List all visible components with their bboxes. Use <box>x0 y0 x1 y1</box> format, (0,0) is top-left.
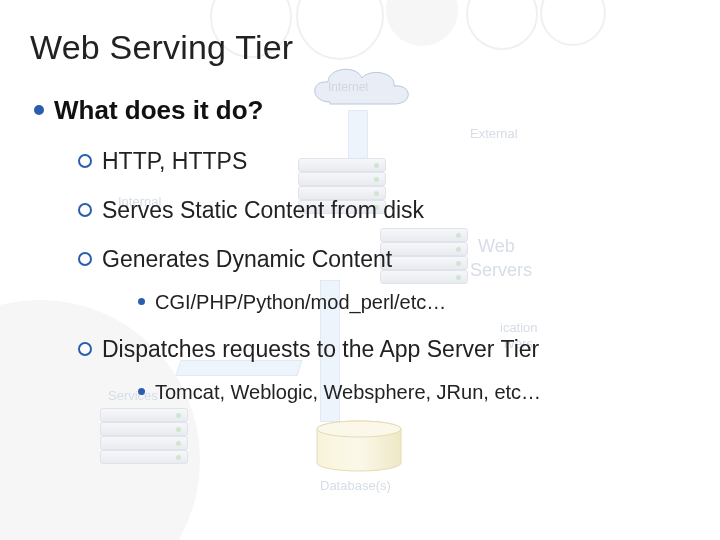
bullet-ring-icon <box>78 154 92 168</box>
l2-c: Generates Dynamic Content <box>102 246 392 272</box>
subitem-cgi: CGI/PHP/Python/mod_perl/etc… <box>138 291 690 314</box>
slide: Web Serving Tier What does it do? HTTP, … <box>0 0 720 540</box>
item-dynamic-content: Generates Dynamic Content <box>78 246 690 273</box>
subitem-tomcat: Tomcat, Weblogic, Websphere, JRun, etc… <box>138 381 690 404</box>
l1-text: What does it do? <box>54 95 263 125</box>
bullet-small-dot-icon <box>138 298 145 305</box>
item-http: HTTP, HTTPS <box>78 148 690 175</box>
slide-title: Web Serving Tier <box>30 28 690 67</box>
bullet-ring-icon <box>78 203 92 217</box>
l2-a: HTTP, HTTPS <box>102 148 247 174</box>
l3-b: Tomcat, Weblogic, Websphere, JRun, etc… <box>155 381 541 403</box>
l2-b: Serves Static Content from disk <box>102 197 424 223</box>
item-static-content: Serves Static Content from disk <box>78 197 690 224</box>
bullet-dot-icon <box>34 105 44 115</box>
item-dispatches: Dispatches requests to the App Server Ti… <box>78 336 690 363</box>
bullet-ring-icon <box>78 252 92 266</box>
l2-d: Dispatches requests to the App Server Ti… <box>102 336 539 362</box>
l3-a: CGI/PHP/Python/mod_perl/etc… <box>155 291 446 313</box>
bullet-small-dot-icon <box>138 388 145 395</box>
bullet-ring-icon <box>78 342 92 356</box>
heading-what-does-it-do: What does it do? <box>34 95 690 126</box>
